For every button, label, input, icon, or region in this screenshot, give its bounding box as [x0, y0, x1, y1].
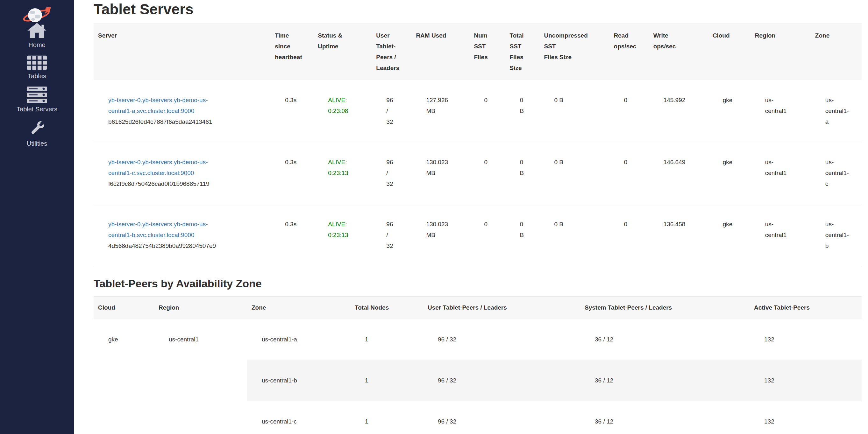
user-tablet-peers-cell: 96 / 32	[423, 401, 580, 434]
col-region: Region	[154, 297, 247, 319]
system-tablet-peers-cell: 36 / 12	[580, 401, 749, 434]
az-header-row: Cloud Region Zone Total Nodes User Table…	[94, 297, 862, 319]
col-num-sst-files: Num SST Files	[469, 24, 505, 80]
ram-used-cell: 130.023 MB	[411, 142, 469, 204]
server-cell: yb-tserver-0.yb-tservers.yb-demo-us- cen…	[94, 80, 270, 142]
read-ops-cell: 0	[610, 142, 649, 204]
total-nodes-cell: 1	[350, 401, 423, 434]
col-user-tablet-peers-leaders: User Tablet-Peers / Leaders	[423, 297, 580, 319]
write-ops-cell: 146.649	[649, 142, 708, 204]
cloud-cell: gke	[708, 142, 750, 204]
main-content: Tablet Servers Server Time since heartbe…	[74, 0, 868, 434]
col-write-ops: Write ops/sec	[649, 24, 708, 80]
col-read-ops: Read ops/sec	[610, 24, 649, 80]
user-tablet-peers-cell: 96 / 32	[372, 142, 411, 204]
server-link[interactable]: yb-tserver-0.yb-tservers.yb-demo-us- cen…	[108, 159, 208, 176]
server-uuid: f6c2f9c8d750426cad0f01b968857119	[108, 178, 267, 189]
col-server: Server	[94, 24, 270, 80]
region-cell: us- central1	[750, 80, 811, 142]
user-tablet-peers-cell: 96 / 32	[372, 204, 411, 266]
col-time-since-heartbeat: Time since heartbeat	[270, 24, 313, 80]
col-zone: Zone	[247, 297, 350, 319]
col-region: Region	[750, 24, 811, 80]
zone-cell: us- central1- c	[811, 142, 862, 204]
active-tablet-peers-cell: 132	[749, 360, 862, 401]
tserver-row: yb-tserver-0.yb-tservers.yb-demo-us- cen…	[94, 204, 862, 266]
tables-icon	[27, 55, 47, 70]
status-uptime-cell: ALIVE: 0:23:13	[313, 142, 372, 204]
cloud-cell: gke	[94, 319, 154, 434]
col-status-uptime: Status & Uptime	[313, 24, 372, 80]
yugabytedb-logo-icon	[22, 7, 52, 23]
col-user-tablet-peers: User Tablet- Peers / Leaders	[372, 24, 411, 80]
tablet-peers-by-az-table: Cloud Region Zone Total Nodes User Table…	[94, 296, 862, 434]
total-sst-size-cell: 0 B	[505, 142, 539, 204]
cloud-cell: gke	[708, 80, 750, 142]
yugabytedb-logo[interactable]	[22, 7, 52, 22]
read-ops-cell: 0	[610, 204, 649, 266]
zone-cell: us-central1-a	[247, 319, 350, 360]
sidebar-item-tablet-servers[interactable]: Tablet Servers	[0, 87, 74, 113]
region-cell: us-central1	[154, 319, 247, 434]
col-active-tablet-peers: Active Tablet-Peers	[749, 297, 862, 319]
uncompressed-sst-size-cell: 0 B	[540, 80, 610, 142]
sidebar-item-label: Utilities	[27, 140, 47, 147]
col-total-sst-size: Total SST Files Size	[505, 24, 539, 80]
uncompressed-sst-size-cell: 0 B	[540, 142, 610, 204]
az-row: gke us-central1 us-central1-a 1 96 / 32 …	[94, 319, 862, 360]
sidebar-item-label: Tables	[28, 72, 46, 80]
total-nodes-cell: 1	[350, 319, 423, 360]
home-icon	[27, 22, 47, 39]
read-ops-cell: 0	[610, 80, 649, 142]
system-tablet-peers-cell: 36 / 12	[580, 319, 749, 360]
utilities-icon	[28, 120, 46, 137]
zone-cell: us-central1-b	[247, 360, 350, 401]
status-uptime-cell: ALIVE: 0:23:13	[313, 204, 372, 266]
ram-used-cell: 127.926 MB	[411, 80, 469, 142]
tablet-servers-icon	[27, 87, 47, 103]
col-zone: Zone	[811, 24, 862, 80]
col-total-nodes: Total Nodes	[350, 297, 423, 319]
zone-cell: us-central1-c	[247, 401, 350, 434]
total-sst-size-cell: 0 B	[505, 80, 539, 142]
system-tablet-peers-cell: 36 / 12	[580, 360, 749, 401]
write-ops-cell: 145.992	[649, 80, 708, 142]
sidebar-item-label: Home	[28, 41, 45, 49]
num-sst-files-cell: 0	[469, 204, 505, 266]
num-sst-files-cell: 0	[469, 142, 505, 204]
tserver-row: yb-tserver-0.yb-tservers.yb-demo-us- cen…	[94, 142, 862, 204]
server-link[interactable]: yb-tserver-0.yb-tservers.yb-demo-us- cen…	[108, 221, 208, 238]
ram-used-cell: 130.023 MB	[411, 204, 469, 266]
user-tablet-peers-cell: 96 / 32	[372, 80, 411, 142]
tablet-servers-header-row: Server Time since heartbeat Status & Upt…	[94, 24, 862, 80]
sidebar: Home Tables	[0, 0, 74, 434]
active-tablet-peers-cell: 132	[749, 401, 862, 434]
time-since-heartbeat-cell: 0.3s	[270, 142, 313, 204]
total-nodes-cell: 1	[350, 360, 423, 401]
server-uuid: b61625d26fed4c7887f6a5daa2413461	[108, 116, 267, 127]
tserver-row: yb-tserver-0.yb-tservers.yb-demo-us- cen…	[94, 80, 862, 142]
region-cell: us- central1	[750, 204, 811, 266]
cloud-cell: gke	[708, 204, 750, 266]
page-title: Tablet Servers	[94, 1, 862, 17]
user-tablet-peers-cell: 96 / 32	[423, 360, 580, 401]
server-cell: yb-tserver-0.yb-tservers.yb-demo-us- cen…	[94, 142, 270, 204]
server-uuid: 4d568da482754b2389b0a992804507e9	[108, 240, 267, 252]
server-link[interactable]: yb-tserver-0.yb-tservers.yb-demo-us- cen…	[108, 97, 208, 114]
region-cell: us- central1	[750, 142, 811, 204]
zone-cell: us- central1- a	[811, 80, 862, 142]
sidebar-item-utilities[interactable]: Utilities	[0, 120, 74, 147]
col-uncompressed-sst-size: Uncompressed SST Files Size	[540, 24, 610, 80]
az-section-title: Tablet-Peers by Availability Zone	[94, 277, 862, 290]
sidebar-item-label: Tablet Servers	[17, 105, 57, 113]
col-ram-used: RAM Used	[411, 24, 469, 80]
col-cloud: Cloud	[94, 297, 154, 319]
zone-cell: us- central1- b	[811, 204, 862, 266]
server-cell: yb-tserver-0.yb-tservers.yb-demo-us- cen…	[94, 204, 270, 266]
col-system-tablet-peers-leaders: System Tablet-Peers / Leaders	[580, 297, 749, 319]
sidebar-item-home[interactable]: Home	[0, 22, 74, 49]
time-since-heartbeat-cell: 0.3s	[270, 204, 313, 266]
tablet-servers-table: Server Time since heartbeat Status & Upt…	[94, 24, 862, 266]
sidebar-item-tables[interactable]: Tables	[0, 55, 74, 80]
write-ops-cell: 136.458	[649, 204, 708, 266]
